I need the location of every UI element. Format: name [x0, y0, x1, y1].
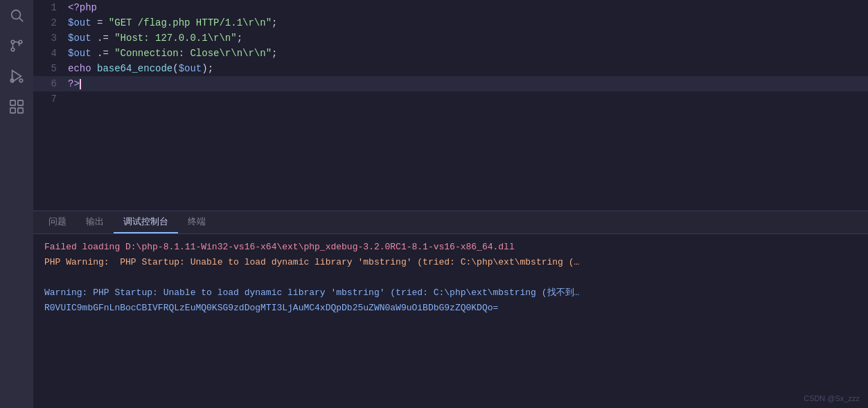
- panel-tab-bar: 问题 输出 调试控制台 终端: [33, 211, 868, 234]
- console-line-3: [33, 270, 868, 285]
- line-content-4: $out .= "Connection: Close\r\n\r\n";: [68, 46, 277, 61]
- console-line-4: Warning: PHP Startup: Unable to load dyn…: [33, 285, 868, 301]
- line-number-2: 2: [33, 15, 68, 30]
- svg-line-1: [19, 18, 23, 21]
- svg-point-0: [12, 10, 21, 19]
- tab-terminal[interactable]: 终端: [178, 211, 215, 233]
- bottom-panel: 问题 输出 调试控制台 终端 Failed loading D:\php-8.1…: [33, 211, 868, 408]
- console-line-5: R0VUIC9mbGFnLnBocCBIVFRQLzEuMQ0KSG9zdDog…: [33, 301, 868, 316]
- line-number-6: 6: [33, 76, 68, 91]
- code-lines: 1 <?php 2 $out = "GET /flag.php HTTP/1.1…: [33, 0, 868, 107]
- code-line-2: 2 $out = "GET /flag.php HTTP/1.1\r\n";: [33, 15, 868, 30]
- line-content-1: <?php: [68, 0, 97, 15]
- watermark: CSDN @Sx_zzz: [804, 394, 860, 402]
- tab-debug-console[interactable]: 调试控制台: [114, 211, 178, 233]
- code-editor: 1 <?php 2 $out = "GET /flag.php HTTP/1.1…: [33, 0, 868, 211]
- svg-point-7: [19, 79, 23, 82]
- code-line-6: 6 ?>: [33, 76, 868, 91]
- line-content-7: [68, 91, 73, 107]
- line-content-5: echo base64_encode($out);: [68, 61, 213, 76]
- svg-rect-9: [10, 100, 15, 105]
- code-line-1: 1 <?php: [33, 0, 868, 15]
- extensions-icon[interactable]: [7, 97, 26, 116]
- line-number-1: 1: [33, 0, 68, 15]
- line-content-2: $out = "GET /flag.php HTTP/1.1\r\n";: [68, 15, 277, 30]
- search-icon[interactable]: [7, 6, 26, 25]
- svg-point-4: [11, 48, 15, 51]
- line-number-3: 3: [33, 30, 68, 46]
- sidebar: [0, 0, 33, 408]
- tab-output[interactable]: 输出: [76, 211, 114, 233]
- svg-point-2: [11, 40, 15, 44]
- line-content-6: ?>: [68, 76, 81, 91]
- main-content: 1 <?php 2 $out = "GET /flag.php HTTP/1.1…: [33, 0, 868, 408]
- line-number-7: 7: [33, 91, 68, 107]
- code-line-7: 7: [33, 91, 868, 107]
- run-debug-icon[interactable]: [7, 66, 26, 86]
- source-control-icon[interactable]: [7, 36, 26, 55]
- tab-problems[interactable]: 问题: [39, 211, 76, 233]
- svg-rect-10: [18, 100, 23, 105]
- code-line-3: 3 $out .= "Host: 127.0.0.1\r\n";: [33, 30, 868, 46]
- line-number-5: 5: [33, 61, 68, 76]
- svg-rect-12: [18, 108, 23, 113]
- svg-rect-11: [10, 108, 15, 113]
- line-number-4: 4: [33, 46, 68, 61]
- line-content-3: $out .= "Host: 127.0.0.1\r\n";: [68, 30, 242, 46]
- console-output: Failed loading D:\php-8.1.11-Win32-vs16-…: [33, 234, 868, 408]
- console-line-2: PHP Warning: PHP Startup: Unable to load…: [33, 255, 868, 270]
- console-line-1: Failed loading D:\php-8.1.11-Win32-vs16-…: [33, 240, 868, 255]
- code-line-4: 4 $out .= "Connection: Close\r\n\r\n";: [33, 46, 868, 61]
- code-line-5: 5 echo base64_encode($out);: [33, 61, 868, 76]
